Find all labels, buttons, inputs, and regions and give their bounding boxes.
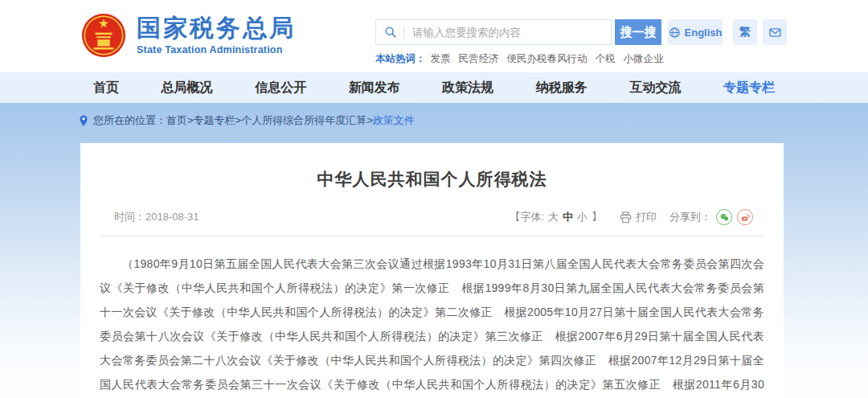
search-box (375, 19, 612, 45)
search-button[interactable]: 搜一搜 (615, 19, 661, 45)
traditional-chinese-button[interactable]: 繁 (733, 19, 757, 45)
site-name: 国家税务总局 (137, 15, 296, 41)
article-body: （1980年9月10日第五届全国人民代表大会第三次会议通过根据1993年10月3… (100, 252, 764, 398)
search-input[interactable] (411, 26, 603, 39)
article-title: 中华人民共和国个人所得税法 (100, 168, 764, 191)
hotword-link[interactable]: 个税 (596, 52, 616, 66)
hotword-link[interactable]: 小微企业 (624, 52, 664, 66)
english-button[interactable]: English (668, 19, 723, 45)
font-size-suffix: 】 (592, 210, 602, 224)
share-label: 分享到： (669, 210, 711, 224)
main-nav: 首页 总局概况 信息公开 新闻发布 政策法规 纳税服务 互动交流 专题专栏 (0, 72, 868, 103)
breadcrumb-trail[interactable]: 首页>专题专栏>个人所得综合所得年度汇算> (166, 113, 373, 128)
nav-item-interaction[interactable]: 互动交流 (629, 80, 681, 96)
nav-item-overview[interactable]: 总局概况 (162, 80, 213, 96)
article-card: 中华人民共和国个人所得税法 时间：2018-08-31 【字体: 大 中 小 】 (80, 143, 784, 398)
meta-divider (100, 236, 764, 236)
font-size-prefix: 【字体: (510, 210, 544, 224)
nav-item-news[interactable]: 新闻发布 (349, 80, 400, 96)
breadcrumb-label: 您所在的位置： (93, 113, 166, 128)
breadcrumb-current[interactable]: 政策文件 (373, 113, 415, 128)
hotword-link[interactable]: 发票 (431, 52, 451, 66)
wechat-share-icon[interactable] (716, 209, 732, 225)
site-logo[interactable]: 国家税务总局 State Taxation Administration (80, 12, 296, 59)
header: 国家税务总局 State Taxation Administration 搜一搜 (0, 0, 868, 72)
search-row: 搜一搜 English 繁 (375, 19, 787, 45)
hotword-link[interactable]: 民营经济 (459, 52, 499, 66)
publish-date: 时间：2018-08-31 (114, 210, 199, 224)
globe-icon (669, 27, 681, 39)
site-title-block: 国家税务总局 State Taxation Administration (137, 15, 296, 56)
article-tools: 【字体: 大 中 小 】 打印 分享到： (510, 209, 753, 225)
english-label: English (685, 27, 723, 39)
date-label: 时间： (114, 211, 145, 223)
breadcrumb: 您所在的位置： 首页>专题专栏>个人所得综合所得年度汇算> 政策文件 (79, 113, 415, 128)
weibo-share-icon[interactable] (737, 209, 753, 225)
nav-item-policies[interactable]: 政策法规 (442, 80, 493, 96)
national-emblem-icon (80, 12, 127, 59)
article-meta-row: 时间：2018-08-31 【字体: 大 中 小 】 打印 (100, 209, 764, 225)
hotwords-row: 本站热词： 发票 民营经济 便民办税春风行动 个税 小微企业 (375, 52, 787, 66)
print-label: 打印 (636, 210, 657, 224)
main-nav-inner: 首页 总局概况 信息公开 新闻发布 政策法规 纳税服务 互动交流 专题专栏 (80, 72, 788, 103)
hotword-link[interactable]: 便民办税春风行动 (507, 52, 588, 66)
nav-item-special-topics[interactable]: 专题专栏 (723, 80, 775, 96)
nav-item-home[interactable]: 首页 (93, 80, 119, 96)
page: 国家税务总局 State Taxation Administration 搜一搜 (0, 0, 868, 398)
font-size-large-button[interactable]: 大 (548, 210, 559, 224)
location-pin-icon (79, 115, 88, 127)
mail-button[interactable] (763, 19, 787, 45)
printer-icon (620, 211, 632, 224)
mail-icon (768, 26, 782, 39)
search-area: 搜一搜 English 繁 本站热词： 发票 民营经济 便民 (375, 19, 787, 66)
site-subtitle: State Taxation Administration (137, 44, 296, 55)
nav-item-tax-services[interactable]: 纳税服务 (536, 80, 588, 96)
date-value: 2018-08-31 (145, 211, 199, 223)
search-icon (384, 26, 397, 39)
font-size-small-button[interactable]: 小 (577, 210, 588, 224)
font-size-control: 【字体: 大 中 小 】 (510, 210, 602, 224)
content-zone: 您所在的位置： 首页>专题专栏>个人所得综合所得年度汇算> 政策文件 中华人民共… (0, 103, 868, 398)
nav-item-info-disclosure[interactable]: 信息公开 (255, 80, 306, 96)
print-button[interactable]: 打印 (620, 210, 657, 224)
search-divider (403, 27, 404, 39)
font-size-medium-button[interactable]: 中 (563, 210, 573, 224)
hotwords-label: 本站热词： (375, 52, 426, 66)
